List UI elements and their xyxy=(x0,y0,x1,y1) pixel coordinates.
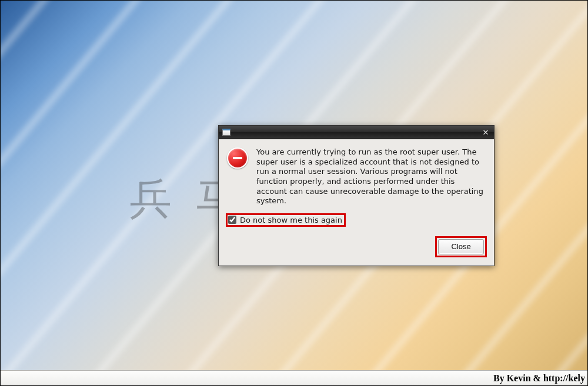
footer-credit: By Kevin & http://kely xyxy=(493,373,585,384)
dialog-icon-column xyxy=(227,147,249,206)
desktop-background: 兵马俑发苏 ✕ You are currently trying to run … xyxy=(1,1,587,371)
dialog-message: You are currently trying to run as the r… xyxy=(256,147,486,206)
dialog-titlebar[interactable]: ✕ xyxy=(219,126,494,139)
close-button-highlight: Close xyxy=(435,236,487,257)
warning-dialog: ✕ You are currently trying to run as the… xyxy=(218,125,495,266)
dialog-button-row: Close xyxy=(219,233,494,266)
taskbar[interactable]: By Kevin & http://kely xyxy=(1,370,587,385)
do-not-show-again-row[interactable]: Do not show me this again xyxy=(226,213,346,227)
dialog-body: You are currently trying to run as the r… xyxy=(219,139,494,210)
do-not-show-again-label[interactable]: Do not show me this again xyxy=(240,216,342,224)
close-button[interactable]: Close xyxy=(438,239,484,254)
error-icon xyxy=(227,147,248,169)
window-icon xyxy=(222,129,230,136)
titlebar-close-button[interactable]: ✕ xyxy=(481,128,490,137)
do-not-show-again-checkbox[interactable] xyxy=(228,216,236,224)
